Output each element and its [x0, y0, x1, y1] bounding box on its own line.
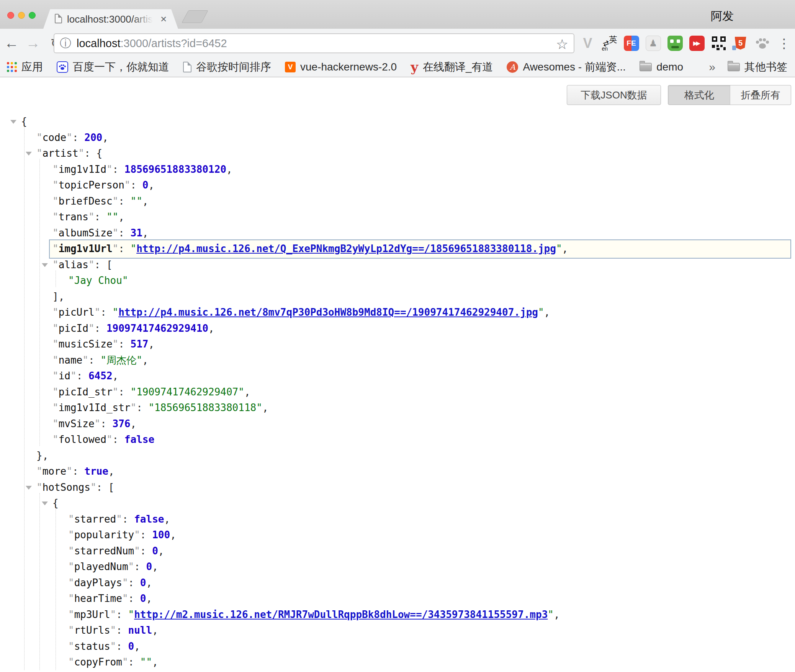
forward-icon[interactable]: → [25, 29, 41, 57]
bookmark-star-icon[interactable]: ☆ [556, 36, 568, 52]
download-json-button[interactable]: 下载JSON数据 [567, 85, 661, 105]
browser-profile-name[interactable]: 阿发 [711, 8, 734, 24]
json-number: 19097417462929410 [106, 323, 208, 334]
json-line: "rtUrls": null, [0, 623, 795, 639]
browser-tab[interactable]: localhost:3000/artists?id=645 × [43, 9, 178, 29]
collapse-all-button[interactable]: 折叠所有 [730, 85, 791, 105]
json-key: alias [59, 259, 88, 270]
translate-extension[interactable]: 英en⇄ [599, 36, 620, 51]
fe-extension[interactable]: FE [620, 36, 642, 51]
json-number: 376 [113, 418, 131, 429]
collapse-triangle-icon[interactable] [10, 120, 16, 124]
json-key: albumSize [59, 227, 113, 239]
json-punctuation: }, [36, 450, 48, 461]
collapse-triangle-icon[interactable] [42, 263, 48, 267]
json-key: code [43, 132, 67, 143]
json-line-highlighted: "img1v1Url": "http://p4.music.126.net/Q_… [0, 241, 795, 257]
bookmark-label: 谷歌按时间排序 [196, 60, 271, 74]
json-key: followed [59, 434, 106, 445]
sitemap-extension-icon: ♟ [646, 36, 661, 51]
bookmark-label: 应用 [21, 60, 43, 74]
json-punctuation: , [262, 402, 268, 413]
json-number: 0 [140, 577, 146, 588]
bookmarks-overflow-icon[interactable]: » [709, 61, 715, 74]
bookmarks-right: » 其他书签 [709, 60, 787, 74]
json-line: "copyFrom": "", [0, 654, 795, 670]
folder-icon [728, 63, 740, 71]
youdao-icon: y [411, 61, 418, 73]
json-punctuation: , [142, 227, 149, 239]
browser-menu-button[interactable]: ⋮ [773, 36, 795, 51]
collapse-triangle-icon[interactable] [26, 152, 32, 156]
bookmarks-list: 应用百度一下，你就知道谷歌按时间排序Vvue-hackernews-2.0y在线… [7, 60, 709, 74]
video-speed-extension[interactable]: ▶▶ [686, 36, 708, 51]
collapse-triangle-icon[interactable] [42, 502, 48, 505]
format-button[interactable]: 格式化 [668, 85, 731, 105]
bookmark-label: 其他书签 [744, 60, 787, 74]
json-key: mvSize [59, 418, 95, 429]
json-key: img1v1Id_str [59, 402, 131, 413]
url-text[interactable]: localhost:3000/artists?id=6452 [77, 37, 227, 50]
json-punctuation: , [152, 624, 158, 636]
bookmark-item-1[interactable]: 应用 [7, 60, 43, 74]
json-key: img1v1Url [59, 243, 113, 254]
tampermonkey-extension-icon [667, 36, 683, 51]
tampermonkey-extension[interactable] [664, 36, 686, 51]
json-punctuation: , [164, 513, 170, 525]
json-number: 31 [131, 227, 142, 239]
json-link[interactable]: http://p4.music.126.net/8mv7qP30Pd3oHW8b… [118, 306, 538, 318]
json-number: 0 [140, 593, 146, 604]
sitemap-extension[interactable]: ♟ [642, 36, 664, 51]
json-string: "Jay Chou" [68, 275, 128, 286]
vimium-extension[interactable]: V [577, 36, 599, 51]
json-key: rtUrls [74, 624, 110, 636]
paw-extension[interactable] [751, 36, 773, 51]
window-close-button[interactable] [7, 12, 14, 19]
json-punctuation: , [134, 641, 140, 652]
json-punctuation: , [226, 164, 232, 175]
qr-code-extension[interactable] [708, 36, 730, 51]
address-bar[interactable]: ⓘ localhost:3000/artists?id=6452 ☆ [54, 33, 574, 53]
json-line: "code": 200, [0, 130, 795, 146]
bookmark-item-6[interactable]: AAwesomes - 前端资... [507, 60, 626, 74]
json-punctuation: , [148, 179, 154, 191]
json-punctuation: , [146, 577, 152, 588]
json-line: "name": "周杰伦", [0, 352, 795, 369]
window-maximize-button[interactable] [29, 12, 36, 19]
json-line: "Jay Chou" [0, 273, 795, 289]
page-info-icon[interactable]: ⓘ [60, 36, 71, 51]
bookmark-item-4[interactable]: Vvue-hackernews-2.0 [285, 61, 397, 73]
json-line: "mvSize": 376, [0, 416, 795, 432]
json-link[interactable]: http://p4.music.126.net/Q_ExePNkmgB2yWyL… [136, 243, 556, 254]
bookmark-item-2[interactable]: 百度一下，你就知道 [57, 60, 169, 74]
browser-menu-icon: ⋮ [778, 36, 791, 51]
translate-extension-icon: 英en⇄ [602, 36, 617, 51]
json-punctuation: , [146, 593, 152, 604]
json-key: copyFrom [74, 656, 122, 668]
json-line: "id": 6452, [0, 368, 795, 384]
baidu-paw-icon [57, 61, 68, 73]
json-key: more [43, 465, 67, 477]
json-link[interactable]: http://m2.music.126.net/RMJR7wDullRqppBk… [134, 609, 548, 620]
json-key: status [74, 641, 110, 652]
collapse-triangle-icon[interactable] [26, 486, 32, 490]
back-icon[interactable]: ← [3, 29, 20, 57]
json-line: "status": 0, [0, 639, 795, 655]
window-minimize-button[interactable] [18, 12, 25, 19]
json-key: hearTime [74, 593, 122, 604]
new-tab-button[interactable] [182, 10, 208, 23]
json-line: "hearTime": 0, [0, 591, 795, 607]
json-punctuation: { [21, 116, 27, 127]
html5-extension[interactable]: 5 [730, 36, 751, 51]
json-number: 517 [131, 338, 149, 350]
json-key: id [59, 370, 70, 382]
bookmark-item-3[interactable]: 谷歌按时间排序 [183, 60, 271, 74]
tab-close-icon[interactable]: × [160, 13, 167, 25]
json-number: 0 [146, 561, 152, 572]
bookmark-item-5[interactable]: y在线翻译_有道 [411, 60, 493, 74]
other-bookmarks-folder[interactable]: 其他书签 [728, 60, 787, 74]
bookmark-item-7[interactable]: demo [640, 61, 683, 73]
json-line: "picId_str": "19097417462929407", [0, 384, 795, 400]
json-number: 6452 [88, 370, 113, 382]
json-punctuation: ], [52, 291, 64, 302]
